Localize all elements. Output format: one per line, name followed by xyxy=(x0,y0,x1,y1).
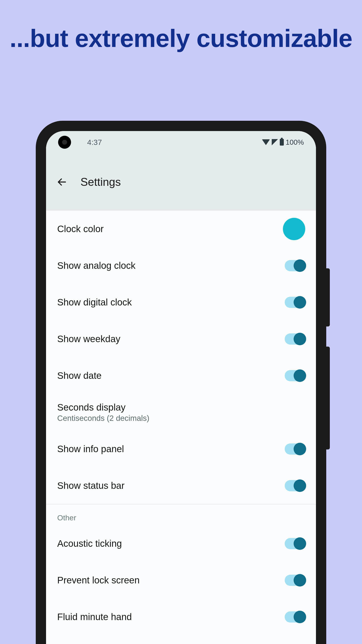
setting-label: Show status bar xyxy=(57,480,124,491)
setting-label: Acoustic ticking xyxy=(57,538,122,549)
setting-label: Show date xyxy=(57,370,101,381)
toggle-switch[interactable] xyxy=(285,444,305,454)
section-header-other: Other xyxy=(46,504,316,525)
back-arrow-icon[interactable] xyxy=(56,176,68,188)
setting-label: Show info panel xyxy=(57,444,124,454)
setting-acoustic-ticking[interactable]: Acoustic ticking xyxy=(46,525,316,562)
app-bar: Settings xyxy=(46,154,316,211)
setting-show-weekday[interactable]: Show weekday xyxy=(46,321,316,357)
wifi-icon xyxy=(262,139,270,145)
cell-signal-icon xyxy=(272,139,278,145)
setting-prevent-lock-screen[interactable]: Prevent lock screen xyxy=(46,562,316,598)
setting-seconds-display[interactable]: Seconds display Centiseconds (2 decimals… xyxy=(46,394,316,431)
setting-show-date[interactable]: Show date xyxy=(46,357,316,394)
camera-hole xyxy=(58,136,71,149)
setting-label: Seconds display xyxy=(57,402,149,413)
toggle-switch[interactable] xyxy=(285,480,305,491)
setting-label: Show weekday xyxy=(57,334,120,344)
status-time: 4:37 xyxy=(87,138,102,147)
toggle-switch[interactable] xyxy=(285,297,305,308)
setting-show-analog-clock[interactable]: Show analog clock xyxy=(46,247,316,284)
setting-subtext: Centiseconds (2 decimals) xyxy=(57,414,149,422)
status-bar: 4:37 100% xyxy=(46,131,316,154)
setting-label: Show digital clock xyxy=(57,297,132,308)
battery-icon xyxy=(280,139,284,146)
phone-side-button xyxy=(326,346,330,450)
marketing-headline: ...but extremely customizable xyxy=(0,0,362,53)
setting-label: Prevent lock screen xyxy=(57,575,140,586)
setting-show-status-bar[interactable]: Show status bar xyxy=(46,467,316,504)
setting-clock-color[interactable]: Clock color xyxy=(46,211,316,247)
setting-show-digital-clock[interactable]: Show digital clock xyxy=(46,284,316,321)
phone-frame: 4:37 100% Settings Clock color xyxy=(36,121,326,644)
setting-label: Clock color xyxy=(57,224,104,234)
setting-fluid-minute-hand[interactable]: Fluid minute hand xyxy=(46,598,316,635)
setting-label: Show analog clock xyxy=(57,260,135,271)
toggle-switch[interactable] xyxy=(285,538,305,549)
settings-list[interactable]: Clock color Show analog clock Show digit… xyxy=(46,211,316,635)
phone-side-button xyxy=(326,268,330,326)
color-swatch[interactable] xyxy=(283,218,305,240)
toggle-switch[interactable] xyxy=(285,575,305,586)
setting-show-info-panel[interactable]: Show info panel xyxy=(46,431,316,467)
phone-screen: 4:37 100% Settings Clock color xyxy=(46,131,316,644)
toggle-switch[interactable] xyxy=(285,611,305,622)
battery-percentage: 100% xyxy=(286,138,304,146)
setting-label: Fluid minute hand xyxy=(57,612,132,622)
toggle-switch[interactable] xyxy=(285,260,305,271)
page-title: Settings xyxy=(80,176,121,188)
status-right: 100% xyxy=(262,138,304,146)
toggle-switch[interactable] xyxy=(285,370,305,381)
toggle-switch[interactable] xyxy=(285,334,305,344)
